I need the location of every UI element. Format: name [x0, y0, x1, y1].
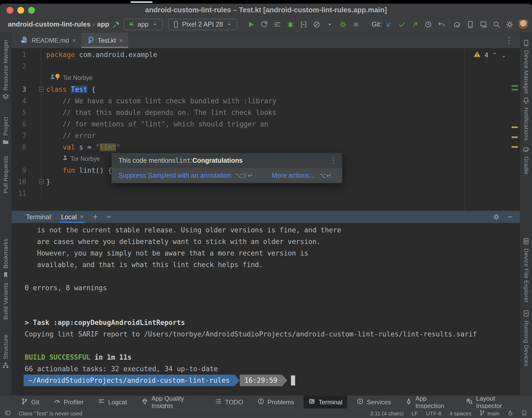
line-number: 3	[12, 84, 38, 95]
apply-changes-button[interactable]	[273, 20, 282, 29]
breadcrumb-module[interactable]: app	[97, 20, 109, 28]
toolwindow-button-logcat[interactable]: Logcat	[93, 396, 132, 409]
run-button[interactable]	[247, 20, 255, 29]
toolwindow-button-app-quality-insights[interactable]: App Quality Insights	[137, 396, 205, 409]
stripe-item-running-devices[interactable]: Running Devices	[523, 310, 530, 366]
main-toolbar: android-custom-lint-rules › app app Pixe…	[0, 16, 532, 33]
fold-column	[38, 165, 41, 176]
user-avatar[interactable]	[518, 19, 528, 29]
code-token: package	[46, 51, 75, 59]
minimize-window-button[interactable]	[17, 7, 24, 14]
line-ending-indicator[interactable]: LF	[411, 410, 418, 417]
stripe-item-bookmarks[interactable]: Bookmarks	[2, 238, 9, 279]
stripe-item-device-manager[interactable]: Device Manager	[523, 39, 530, 94]
profiler-dropdown-button[interactable]	[325, 20, 334, 29]
git-branch-widget[interactable]: main	[479, 410, 499, 417]
virtual-devices-button[interactable]	[479, 20, 488, 29]
caret-position[interactable]: 3:11 (4 chars)	[370, 410, 404, 417]
toolwindow-toggle-icon[interactable]	[5, 410, 11, 417]
terminal-output[interactable]: is not the current stable release. Using…	[12, 223, 520, 395]
popup-kebab-icon[interactable]: ⋮	[330, 156, 337, 165]
tab-readme[interactable]: MDREADME.md×	[15, 33, 81, 48]
run-configuration-select[interactable]: app	[123, 19, 163, 30]
new-terminal-tab-icon[interactable]	[92, 213, 99, 220]
prev-problem-chevron-icon[interactable]: ⌃	[492, 52, 497, 59]
close-terminal-tab-icon[interactable]: ×	[80, 213, 84, 221]
stripe-item-pull-requests[interactable]: Pull Requests	[2, 156, 9, 193]
close-window-button[interactable]	[7, 7, 13, 14]
line-number: 2	[12, 60, 38, 72]
profiler-button[interactable]	[312, 20, 321, 29]
build-hammer-icon[interactable]	[112, 20, 121, 29]
stripe-item-notifications[interactable]: Notifications	[523, 97, 530, 141]
close-tab-icon[interactable]: ×	[72, 37, 76, 44]
suppress-action-link[interactable]: Suppress SampleId with an annotation	[118, 172, 231, 179]
more-actions-link[interactable]: More actions...	[272, 172, 315, 179]
code-line-row: 7 // error	[12, 130, 520, 141]
rerun-button[interactable]	[260, 20, 269, 29]
encoding-indicator[interactable]: UTF-8	[426, 410, 442, 417]
toolwindow-button-profiler[interactable]: Profiler	[49, 396, 88, 409]
code-editor[interactable]: 1package com.android.example2Tor Norbye3…	[12, 48, 520, 211]
stripe-item-device-file-explorer[interactable]: Device File Explorer	[523, 238, 530, 303]
search-everywhere-button[interactable]	[492, 20, 501, 29]
profile-app-button[interactable]	[338, 20, 347, 29]
toolwindow-button-layout-inspector[interactable]: Layout Inspector	[461, 396, 521, 409]
tab-testkt[interactable]: Test.kt×	[81, 33, 128, 48]
update-project-button[interactable]	[384, 20, 393, 29]
fold-start-marker[interactable]	[39, 87, 44, 92]
readonly-lock-icon[interactable]	[507, 410, 513, 417]
device-manager-button[interactable]	[466, 20, 475, 29]
toolwindow-button-todo[interactable]: TODO	[210, 396, 248, 409]
toolwindow-button-problems[interactable]: Problems	[253, 396, 299, 409]
zoom-window-button[interactable]	[28, 7, 35, 14]
error-stripe-mark[interactable]	[512, 146, 518, 148]
hide-terminal-icon[interactable]	[507, 213, 513, 220]
rollback-button[interactable]	[437, 20, 446, 29]
person-icon	[62, 153, 68, 165]
toolwindow-button-app-inspection[interactable]: App Inspection	[400, 396, 456, 409]
error-stripe-mark[interactable]	[512, 136, 518, 138]
terminal-tab-local[interactable]: Local ×	[59, 211, 85, 223]
stripe-item-resource-manager[interactable]: Resource Manager	[2, 39, 9, 101]
toolwindow-button-services[interactable]: Services	[352, 396, 396, 409]
toolwindow-button-label: Logcat	[108, 399, 127, 406]
breadcrumb-project[interactable]: android-custom-lint-rules	[8, 20, 91, 28]
commit-button[interactable]	[398, 20, 406, 29]
error-stripe-mark[interactable]	[512, 126, 518, 128]
error-stripe-mark[interactable]	[512, 85, 518, 87]
stop-button[interactable]	[352, 20, 361, 29]
error-stripe-mark[interactable]	[512, 89, 518, 90]
apply-code-changes-button[interactable]	[299, 20, 308, 29]
terminal-tab-dropdown-icon[interactable]	[106, 213, 112, 220]
device-select[interactable]: Pixel 2 API 28	[168, 19, 237, 30]
stripe-item-structure[interactable]: Structure	[2, 334, 9, 370]
terminal-prompt[interactable]: ~/AndroidStudioProjects/android-custom-l…	[24, 375, 520, 386]
stripe-item-build-variants[interactable]: Build Variants	[2, 283, 9, 320]
stripe-item-gradle[interactable]: Gradle	[523, 146, 530, 175]
author-inlay[interactable]: Tor Norbye	[62, 153, 100, 165]
right-margin-guide	[465, 48, 465, 211]
stripe-item-project[interactable]: Project	[2, 117, 9, 146]
settings-button[interactable]	[505, 20, 514, 29]
inspection-widget[interactable]: 4 ⌃ ⌄	[473, 50, 506, 60]
toolwindow-button-git[interactable]: Git	[16, 396, 44, 409]
author-inlay[interactable]: Tor Norbye	[49, 72, 92, 84]
fold-end-marker[interactable]	[39, 179, 44, 184]
screen-notification-icon[interactable]	[521, 410, 527, 417]
right-toolwindow-stripe: Device ManagerNotificationsGradleDevice …	[520, 33, 532, 395]
gradle-sync-button[interactable]	[453, 20, 462, 29]
indent-indicator[interactable]: 4 spaces	[449, 410, 471, 417]
close-tab-icon[interactable]: ×	[119, 37, 123, 44]
next-problem-chevron-icon[interactable]: ⌄	[501, 52, 506, 59]
terminal-text: are cases where you deliberately want to…	[25, 238, 321, 246]
debug-button[interactable]	[286, 20, 295, 29]
terminal-settings-gear-icon[interactable]	[493, 213, 500, 220]
push-button[interactable]	[411, 20, 420, 29]
terminal-text: However, you may simply not be aware tha…	[25, 249, 308, 257]
logcat-icon	[98, 398, 105, 406]
toolwindow-button-terminal[interactable]: Terminal	[304, 396, 347, 409]
tab-options-kebab-icon[interactable]: ⋮	[505, 36, 520, 45]
history-button[interactable]	[424, 20, 433, 29]
md-file-icon: MD	[20, 36, 28, 45]
